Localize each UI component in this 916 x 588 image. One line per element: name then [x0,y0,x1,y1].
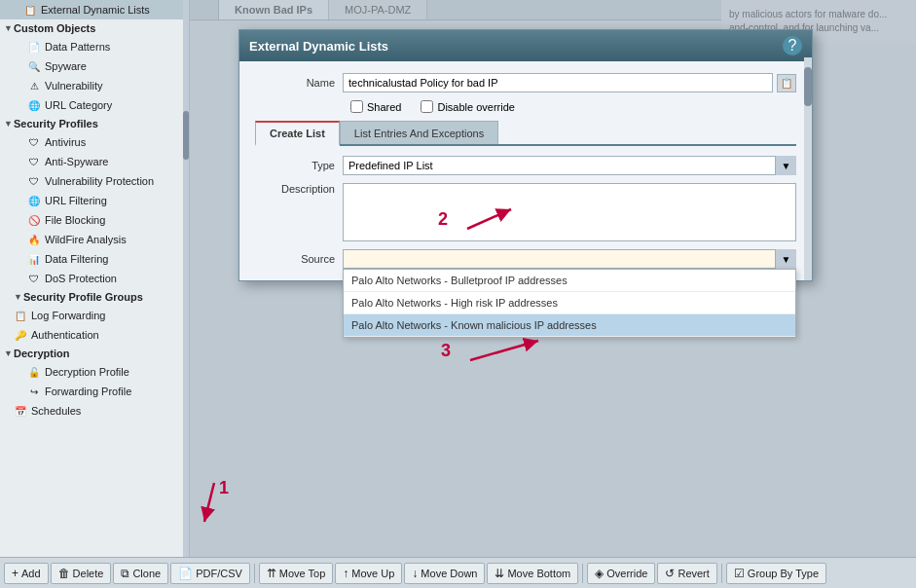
sidebar-label: WildFire Analysis [45,234,127,245]
wildfire-icon: 🔥 [27,233,41,246]
main-area: 📋 External Dynamic Lists ▼ Custom Object… [0,0,916,557]
sidebar-item-vulnerability-protection[interactable]: 🛡 Vulnerability Protection [0,171,189,191]
modal-close-button[interactable]: ? [783,36,802,55]
move-up-button[interactable]: ↑ Move Up [335,563,402,584]
sidebar-item-vulnerability[interactable]: ⚠ Vulnerability [0,76,189,95]
file-blocking-icon: 🚫 [27,213,41,227]
sidebar-label: External Dynamic Lists [41,4,150,16]
sidebar-item-file-blocking[interactable]: 🚫 File Blocking [0,210,189,230]
shared-label: Shared [367,101,401,113]
disable-override-label: Disable override [437,101,514,113]
help-icon: ? [788,37,797,55]
sidebar: 📋 External Dynamic Lists ▼ Custom Object… [0,0,190,557]
move-up-icon: ↑ [343,567,348,580]
data-filtering-icon: 📊 [27,252,41,266]
sidebar-group-custom-objects[interactable]: ▼ Custom Objects [0,19,189,37]
sidebar-item-security-profile-groups[interactable]: ▼ Security Profile Groups [0,288,189,306]
move-down-icon: ↓ [412,567,418,580]
vuln-protection-icon: 🛡 [27,174,41,188]
sidebar-group-decryption[interactable]: ▼ Decryption [0,345,189,362]
tab-create-list[interactable]: Create List [255,121,340,146]
source-input[interactable] [343,249,796,269]
anti-spyware-icon: 🛡 [27,155,41,168]
sidebar-item-url-filtering[interactable]: 🌐 URL Filtering [0,191,189,210]
sidebar-label: DoS Protection [45,273,117,284]
dropdown-item-bulletproof[interactable]: Palo Alto Networks - Bulletproof IP addr… [344,270,795,292]
type-select[interactable]: Predefined IP List IP List Domain List U… [343,156,796,175]
name-input[interactable] [343,73,773,92]
sidebar-item-external-dynamic-lists[interactable]: 📋 External Dynamic Lists [0,0,189,19]
expand-icon: ▼ [4,349,12,358]
description-textarea[interactable] [343,183,796,241]
sidebar-item-wildfire-analysis[interactable]: 🔥 WildFire Analysis [0,230,189,249]
sidebar-scrollbar[interactable] [183,0,189,557]
sidebar-item-authentication[interactable]: 🔑 Authentication [0,325,189,345]
source-input-wrapper: ▼ Palo Alto Networks - Bulletproof IP ad… [343,249,796,269]
toolbar-separator-2 [582,564,583,583]
sidebar-group-security-profiles[interactable]: ▼ Security Profiles [0,115,189,132]
sidebar-label: Antivirus [45,136,86,148]
name-label: Name [255,77,343,89]
disable-override-checkbox[interactable] [421,100,433,113]
sidebar-item-anti-spyware[interactable]: 🛡 Anti-Spyware [0,152,189,171]
sidebar-item-dos-protection[interactable]: 🛡 DoS Protection [0,269,189,288]
name-row: Name 📋 [255,73,796,92]
modal-title: External Dynamic Lists [249,39,388,54]
override-icon: ◈ [595,567,604,580]
expand-icon: ▼ [4,119,12,129]
sidebar-item-spyware[interactable]: 🔍 Spyware [0,56,189,76]
description-row: Description [255,183,796,241]
shared-checkbox[interactable] [350,100,363,113]
clone-button[interactable]: ⧉ Clone [113,563,168,584]
pdf-csv-button[interactable]: 📄 PDF/CSV [170,563,250,584]
override-label: Override [606,568,647,579]
clone-icon: ⧉ [121,567,129,580]
delete-icon: 🗑 [58,567,70,580]
toolbar-separator-1 [254,564,255,583]
sidebar-label: Spyware [45,60,87,72]
sidebar-item-url-category[interactable]: 🌐 URL Category [0,95,189,115]
dropdown-item-known-malicious[interactable]: Palo Alto Networks - Known malicious IP … [344,314,795,337]
delete-button[interactable]: 🗑 Delete [51,563,112,584]
move-top-label: Move Top [279,568,326,579]
move-down-button[interactable]: ↓ Move Down [404,563,485,584]
sidebar-label: URL Category [45,99,112,111]
schedules-icon: 📅 [14,404,27,418]
dropdown-item-high-risk[interactable]: Palo Alto Networks - High risk IP addres… [344,292,795,314]
sidebar-item-antivirus[interactable]: 🛡 Antivirus [0,132,189,152]
data-patterns-icon: 📄 [27,40,41,54]
group-by-type-button[interactable]: ☑ Group By Type [726,563,826,584]
move-top-button[interactable]: ⇈ Move Top [259,563,334,584]
revert-label: Revert [678,568,709,579]
source-row: Source ▼ Palo Alto Networks - Bulletproo… [255,249,796,269]
move-bottom-button[interactable]: ⇊ Move Bottom [487,563,578,584]
shared-checkbox-label[interactable]: Shared [350,100,401,113]
sidebar-label: Data Patterns [45,41,110,53]
dos-protection-icon: 🛡 [27,272,41,285]
delete-label: Delete [73,568,104,579]
revert-button[interactable]: ↺ Revert [657,563,716,584]
sidebar-item-log-forwarding[interactable]: 📋 Log Forwarding [0,306,189,325]
sidebar-label: File Blocking [45,214,105,226]
modal-scrollbar-thumb[interactable] [804,67,812,106]
name-icon-btn[interactable]: 📋 [777,74,796,92]
override-button[interactable]: ◈ Override [587,563,655,584]
tab-list-entries-exceptions[interactable]: List Entries And Exceptions [340,121,498,144]
disable-override-checkbox-label[interactable]: Disable override [421,100,514,113]
source-dropdown-arrow[interactable]: ▼ [775,249,796,269]
sidebar-item-forwarding-profile[interactable]: ↪ Forwarding Profile [0,382,189,401]
sidebar-item-data-patterns[interactable]: 📄 Data Patterns [0,37,189,56]
sidebar-item-decryption-profile[interactable]: 🔓 Decryption Profile [0,362,189,382]
move-bottom-icon: ⇊ [495,567,504,580]
sidebar-label: Decryption Profile [45,366,129,378]
modal-scrollbar[interactable] [804,57,812,280]
add-button[interactable]: + Add [4,563,49,584]
sidebar-item-data-filtering[interactable]: 📊 Data Filtering [0,249,189,269]
sidebar-item-schedules[interactable]: 📅 Schedules [0,401,189,421]
app-container: 📋 External Dynamic Lists ▼ Custom Object… [0,0,916,588]
log-forwarding-icon: 📋 [14,309,27,322]
type-label: Type [255,160,343,171]
move-bottom-label: Move Bottom [507,568,570,579]
expand-icon: ▼ [14,292,21,302]
sidebar-scrollbar-thumb[interactable] [183,111,189,160]
